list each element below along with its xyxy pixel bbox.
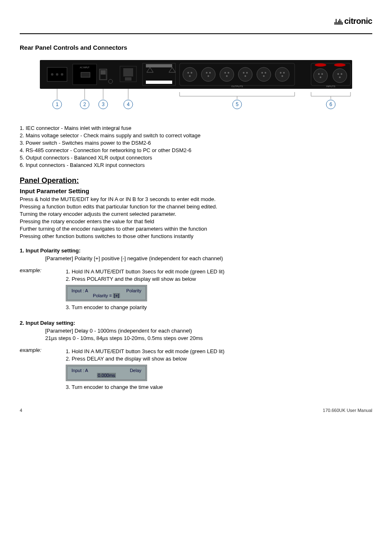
- svg-rect-7: [81, 72, 90, 77]
- svg-point-54: [320, 76, 321, 78]
- svg-rect-19: [146, 81, 172, 84]
- svg-point-36: [226, 75, 228, 77]
- svg-rect-16: [146, 64, 172, 67]
- polarity-step: 1. Hold IN A MUTE/EDIT button 3secs for …: [66, 268, 224, 275]
- lcd-line2-box: [+]: [113, 293, 120, 298]
- intro-text: Pressing the rotary encoder enters the v…: [20, 218, 372, 224]
- svg-point-3: [56, 73, 58, 76]
- svg-point-2: [51, 73, 53, 76]
- svg-point-40: [261, 72, 263, 74]
- svg-point-28: [187, 72, 189, 74]
- lcd-right: Polarity: [126, 288, 141, 293]
- intro-text: Pressing other function buttons switches…: [20, 233, 372, 239]
- intro-text: Turning the rotary encoder adjusts the c…: [20, 211, 372, 217]
- list-item: 1. IEC connector - Mains inlet with inte…: [20, 125, 372, 131]
- svg-text:5: 5: [236, 102, 239, 107]
- list-item: 3. Power switch - Switches mains power t…: [20, 140, 372, 146]
- svg-text:4: 4: [127, 102, 130, 107]
- brand-bars-icon: [334, 18, 343, 25]
- panel-operation-heading: Panel Operation:: [20, 176, 372, 185]
- delay-param: [Parameter] Delay 0 - 1000ms (independen…: [45, 328, 372, 334]
- list-item: 2. Mains voltage selector - Check mains …: [20, 132, 372, 139]
- svg-point-38: [246, 72, 248, 74]
- svg-point-48: [315, 63, 326, 67]
- delay-step: 1. Hold IN A MUTE/EDIT button 3secs for …: [66, 348, 224, 354]
- delay-step: 3. Turn encoder to change the time value: [66, 384, 224, 390]
- svg-point-39: [244, 75, 246, 77]
- delay-heading: 2. Input Delay setting:: [20, 320, 372, 326]
- list-item: 5. Output connectors - Balanced XLR outp…: [20, 155, 372, 161]
- svg-point-25: [238, 67, 252, 81]
- svg-text:2: 2: [83, 102, 86, 107]
- lcd-left: Input : A: [71, 368, 88, 373]
- svg-point-37: [243, 72, 244, 74]
- page-number: 4: [20, 408, 22, 413]
- page-header: citronic: [20, 16, 372, 34]
- polarity-example: example: 1. Hold IN A MUTE/EDIT button 3…: [20, 267, 372, 312]
- svg-point-43: [280, 72, 281, 74]
- svg-point-49: [334, 63, 346, 67]
- svg-point-44: [283, 72, 285, 74]
- svg-point-53: [321, 73, 323, 75]
- svg-point-24: [220, 67, 234, 81]
- svg-text:6: 6: [330, 102, 332, 107]
- lcd-line2-prefix: Polarity =: [93, 293, 113, 298]
- lcd-display-polarity: Input : A Polarity Polarity = [+]: [66, 285, 147, 301]
- svg-rect-14: [125, 77, 131, 81]
- intro-text: Press & hold the MUTE/EDIT key for IN A …: [20, 196, 372, 202]
- delay-example: example: 1. Hold IN A MUTE/EDIT button 3…: [20, 347, 372, 391]
- panel-item-list: 1. IEC connector - Mains inlet with inte…: [20, 125, 372, 168]
- svg-point-26: [257, 67, 271, 81]
- svg-rect-9: [101, 70, 106, 74]
- svg-point-42: [263, 75, 265, 77]
- svg-point-50: [314, 69, 327, 83]
- brand-logo: citronic: [334, 16, 372, 26]
- svg-point-45: [281, 75, 283, 77]
- svg-point-30: [189, 75, 191, 77]
- svg-point-33: [208, 75, 209, 77]
- svg-rect-10: [101, 75, 106, 79]
- polarity-step: 3. Turn encoder to change polarity: [66, 304, 224, 310]
- intro-text: Further turning of the encoder navigates…: [20, 226, 372, 232]
- svg-point-31: [206, 72, 208, 74]
- polarity-param: [Parameter] Polarity [+] positive [-] ne…: [45, 255, 372, 261]
- svg-text:INPUTS: INPUTS: [326, 85, 335, 88]
- input-parameter-heading: Input Parameter Setting: [20, 187, 372, 194]
- polarity-step: 2. Press POLARITY and the display will s…: [66, 276, 224, 282]
- svg-point-34: [224, 72, 226, 74]
- svg-text:1: 1: [56, 102, 59, 107]
- svg-text:3: 3: [102, 102, 105, 107]
- section-title: Rear Panel Controls and Connectors: [20, 44, 372, 51]
- rear-panel-diagram: AC INPUT OUTPUTS: [20, 60, 372, 113]
- svg-point-23: [201, 67, 215, 81]
- svg-point-22: [183, 67, 197, 81]
- intro-text: Pressing a function button edits that pa…: [20, 204, 372, 210]
- lcd-left: Input : A: [71, 288, 88, 293]
- svg-point-51: [333, 69, 347, 83]
- svg-text:OUTPUTS: OUTPUTS: [231, 85, 243, 88]
- svg-point-29: [191, 72, 192, 74]
- lcd-display-delay: Input : A Delay 0.000ms: [66, 365, 147, 381]
- doc-id: 170.660UK User Manual: [323, 408, 372, 413]
- list-item: 4. RS-485 connector - Connection for net…: [20, 147, 372, 153]
- svg-rect-13: [123, 68, 133, 76]
- svg-point-35: [228, 72, 229, 74]
- svg-point-4: [61, 73, 63, 76]
- lcd-line2-box: 0.000ms: [97, 373, 116, 378]
- svg-point-57: [339, 76, 341, 78]
- delay-param: 21µs steps 0 - 10ms, 84µs steps 10-20ms,…: [45, 335, 372, 341]
- page-footer: 4 170.660UK User Manual: [20, 408, 372, 413]
- list-item: 6. Input connectors - Balanced XLR input…: [20, 162, 372, 168]
- delay-step: 2. Press DELAY and the display will show…: [66, 356, 224, 362]
- lcd-right: Delay: [130, 368, 141, 373]
- svg-text:AC INPUT: AC INPUT: [80, 66, 89, 69]
- svg-point-55: [337, 73, 339, 75]
- brand-text: citronic: [344, 16, 372, 26]
- svg-point-32: [209, 72, 211, 74]
- svg-point-41: [265, 72, 266, 74]
- svg-point-27: [275, 67, 289, 81]
- svg-point-52: [318, 73, 320, 75]
- svg-point-56: [341, 73, 342, 75]
- example-label: example:: [20, 267, 45, 312]
- polarity-heading: 1. Input Polarity setting:: [20, 247, 372, 254]
